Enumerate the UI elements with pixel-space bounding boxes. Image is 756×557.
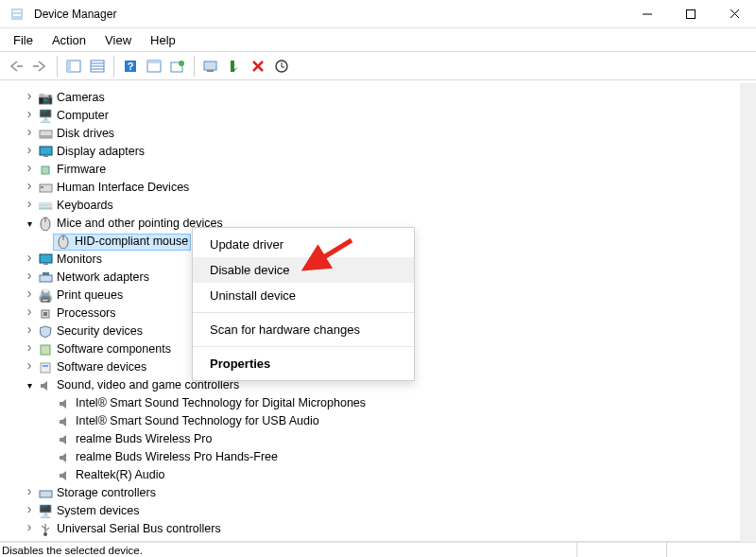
svg-rect-38	[40, 275, 52, 282]
speaker-icon	[57, 396, 72, 411]
component-icon	[38, 342, 53, 357]
speaker-icon	[57, 450, 72, 465]
tree-label: Intel® Smart Sound Technology for Digita…	[76, 394, 366, 412]
svg-rect-27	[40, 147, 52, 155]
tree-item-computer[interactable]: 🖥️Computer	[4, 107, 756, 125]
svg-rect-19	[204, 61, 216, 70]
tree-label: Storage controllers	[57, 484, 156, 502]
ctx-disable-device[interactable]: Disable device	[193, 257, 414, 283]
svg-rect-16	[147, 61, 161, 63]
tree-label: Display adapters	[57, 143, 145, 161]
tree-item-disk[interactable]: Disk drives	[4, 125, 756, 143]
menubar: File Action View Help	[0, 28, 756, 51]
tree-item-sound-child[interactable]: Intel® Smart Sound Technology for Digita…	[4, 394, 756, 412]
close-button[interactable]	[713, 0, 756, 27]
ctx-update-driver[interactable]: Update driver	[193, 232, 414, 257]
action-button[interactable]	[143, 55, 165, 78]
toolbar-separator	[194, 56, 195, 77]
tree-label: Intel® Smart Sound Technology for USB Au…	[76, 412, 319, 430]
window-title: Device Manager	[34, 8, 116, 21]
network-icon	[38, 270, 53, 286]
context-menu: Update driver Disable device Uninstall d…	[192, 227, 415, 381]
tree-label: Cameras	[57, 89, 105, 107]
svg-line-48	[42, 526, 45, 529]
monitor-icon	[38, 145, 53, 160]
svg-rect-39	[43, 272, 49, 275]
enable-device-button[interactable]	[223, 55, 246, 78]
menu-help[interactable]: Help	[143, 31, 183, 49]
svg-rect-44	[43, 365, 48, 367]
titlebar: Device Manager	[0, 0, 756, 28]
menu-view[interactable]: View	[97, 31, 139, 49]
scan-hardware-button[interactable]	[199, 55, 222, 78]
tree-item-display[interactable]: Display adapters	[4, 143, 756, 161]
svg-rect-43	[41, 363, 50, 373]
status-text: Disables the selected device.	[2, 545, 143, 556]
tree-item-firmware[interactable]: Firmware	[4, 161, 756, 179]
tree-label: Print queues	[57, 287, 123, 305]
svg-rect-36	[40, 254, 52, 263]
tree-item-sound-child[interactable]: Realtek(R) Audio	[4, 466, 756, 484]
vertical-scrollbar[interactable]	[740, 83, 756, 542]
tree-item-hid[interactable]: Human Interface Devices	[4, 179, 756, 197]
tree-item-sound-child[interactable]: realme Buds Wireless Pro Hands-Free	[4, 448, 756, 466]
chevron-right-icon[interactable]	[23, 197, 36, 215]
tree-label: Software components	[57, 340, 171, 358]
menu-separator	[193, 312, 414, 313]
svg-rect-31	[41, 186, 43, 188]
tree-item-storage[interactable]: Storage controllers	[4, 484, 756, 502]
toolbar: ?	[0, 51, 756, 80]
tree-item-cameras[interactable]: 📷Cameras	[4, 89, 756, 107]
svg-rect-37	[43, 263, 48, 265]
uninstall-device-button[interactable]	[270, 55, 293, 78]
back-button[interactable]	[6, 55, 28, 78]
disable-device-button[interactable]	[247, 55, 269, 78]
help-button[interactable]: ?	[119, 55, 142, 78]
tree-item-sound-child[interactable]: Intel® Smart Sound Technology for USB Au…	[4, 412, 756, 430]
tree-item-sound-child[interactable]: realme Buds Wireless Pro	[4, 430, 756, 448]
tree-item-system[interactable]: 🖥️System devices	[4, 502, 756, 520]
usb-icon	[38, 522, 53, 537]
speaker-icon	[38, 378, 53, 393]
ctx-scan-hardware[interactable]: Scan for hardware changes	[193, 317, 414, 342]
tree-label: Processors	[57, 305, 116, 322]
app-icon	[9, 7, 25, 22]
tree-label: Computer	[57, 107, 109, 125]
forward-button[interactable]	[29, 55, 52, 78]
speaker-icon	[57, 414, 72, 429]
tree-label: Universal Serial Bus controllers	[57, 520, 221, 538]
svg-point-18	[179, 61, 184, 66]
properties-button[interactable]	[86, 55, 109, 78]
tree-label: Keyboards	[57, 197, 113, 215]
svg-rect-29	[42, 166, 49, 174]
minimize-button[interactable]	[626, 0, 669, 27]
shield-icon	[38, 324, 53, 339]
chevron-right-icon[interactable]	[23, 358, 36, 376]
chevron-right-icon[interactable]	[23, 520, 36, 538]
hid-icon	[38, 181, 53, 196]
computer-icon: 🖥️	[38, 109, 53, 124]
menu-separator	[193, 346, 414, 347]
tree-item-usb[interactable]: Universal Serial Bus controllers	[4, 520, 756, 538]
show-hide-tree-button[interactable]	[62, 55, 85, 78]
menu-action[interactable]: Action	[44, 31, 94, 49]
software-icon	[38, 360, 53, 375]
svg-line-49	[45, 528, 49, 531]
update-driver-button[interactable]	[166, 55, 189, 78]
menu-file[interactable]: File	[6, 31, 41, 49]
chevron-down-icon[interactable]	[23, 376, 36, 394]
speaker-icon	[57, 432, 72, 447]
monitor-icon	[38, 252, 53, 268]
toolbar-separator	[57, 56, 58, 77]
statusbar: Disables the selected device.	[0, 542, 756, 557]
tree-label: Software devices	[57, 358, 146, 376]
tree-item-keyboards[interactable]: ⌨️Keyboards	[4, 197, 756, 215]
toolbar-separator	[113, 56, 114, 77]
chevron-down-icon[interactable]	[23, 215, 36, 233]
svg-text:?: ?	[128, 61, 134, 72]
ctx-properties[interactable]: Properties	[193, 351, 414, 376]
tree-label: Disk drives	[57, 125, 114, 143]
maximize-button[interactable]	[669, 0, 713, 27]
ctx-uninstall-device[interactable]: Uninstall device	[193, 283, 414, 308]
tree-label: Monitors	[57, 251, 102, 269]
